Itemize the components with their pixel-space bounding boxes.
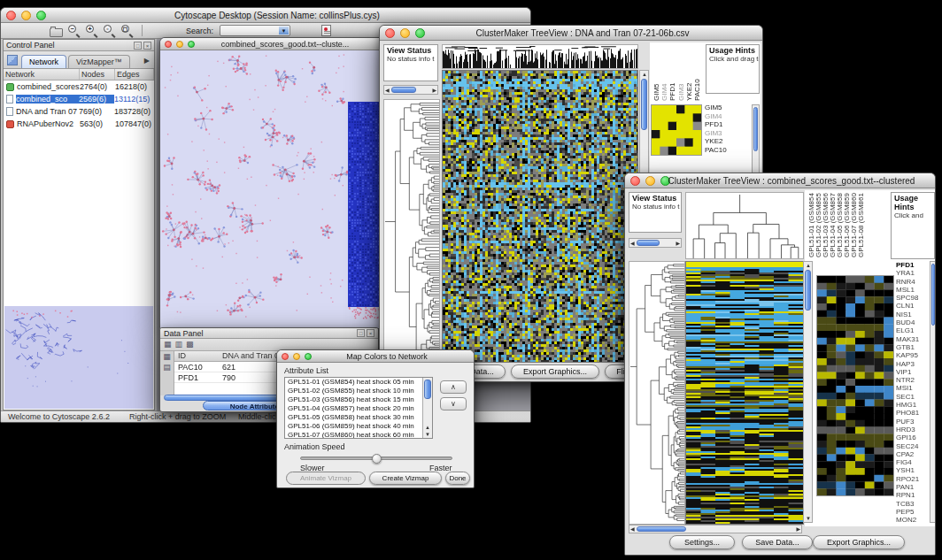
scroll-right-icon[interactable]: ▶ [432,88,436,93]
column-nodes[interactable]: Nodes [80,69,115,80]
close-icon[interactable] [385,28,395,38]
birdseye-overview-canvas[interactable] [4,306,153,409]
slider-thumb[interactable] [372,454,382,464]
main-titlebar[interactable]: Cytoscape Desktop (Session Name: collins… [1,8,530,23]
heatmap-h-scrollbar[interactable]: ◀ ▶ [629,525,802,533]
minimize-icon[interactable] [293,353,300,360]
scroll-down-icon[interactable]: ▼ [806,516,811,521]
gene-label[interactable]: VIP1 [896,368,930,376]
gene-label[interactable]: YKE2 [705,137,742,146]
gene-label[interactable]: MSL1 [896,286,930,294]
close-panel-icon[interactable]: × [367,329,374,337]
gene-label[interactable]: HAP3 [896,360,930,368]
gene-label[interactable]: PFD1 [705,120,742,129]
annotation-icon[interactable] [319,23,334,38]
zoom-selected-icon[interactable]: ◻ [120,23,135,38]
scroll-left-icon[interactable]: ◀ [630,241,635,246]
zoom-fit-icon[interactable]: ▫ [102,23,117,38]
gene-label[interactable]: SEC24 [896,442,930,450]
gene-label[interactable]: RPN1 [896,491,930,499]
gene-label[interactable]: GIM5 [705,104,742,112]
close-icon[interactable] [630,176,640,186]
save-data-button[interactable]: Save Data... [742,535,813,549]
tab-network[interactable]: Network [21,55,66,68]
attribute-item[interactable]: GPL51-04 (GSM857) heat shock 20 min [285,404,432,413]
tab-overflow-arrow-icon[interactable]: ▶ [144,57,152,68]
search-input[interactable]: ▼ [220,25,290,36]
treeview-dna-titlebar[interactable]: ClusterMaker TreeView : DNA and Tran 07-… [380,26,762,41]
float-panel-icon[interactable]: □ [134,42,142,50]
add-table-icon[interactable]: ▥ [175,341,183,349]
scroll-left-icon[interactable]: ◀ [630,526,635,532]
zoom-in-icon[interactable]: + [84,23,99,38]
dialog-titlebar[interactable]: Map Colors to Network [277,350,474,363]
gene-label[interactable]: MON2 [896,516,930,524]
gene-label[interactable]: SPC98 [896,294,930,302]
column-id[interactable]: ID [174,351,219,361]
attribute-item[interactable]: GPL51-03 (GSM856) heat shock 15 min [285,395,432,404]
attribute-item[interactable]: GPL51-05 (GSM858) heat shock 30 min [285,413,432,422]
close-icon[interactable] [165,41,172,48]
gene-label[interactable]: GTB1 [896,343,930,351]
gene-label[interactable]: FIG4 [896,458,930,466]
gene-label[interactable]: BUD4 [896,318,930,326]
maximize-icon[interactable] [305,353,312,360]
close-panel-icon[interactable]: × [143,42,151,50]
gene-label[interactable]: TCB3 [896,500,930,508]
network-list-row[interactable]: combined_scores2764(0)16218(0) [4,81,154,93]
array-dendrogram-canvas[interactable] [442,44,638,69]
tab-vizmapper[interactable]: VizMapper™ [68,55,130,68]
attribute-list[interactable]: GPL51-01 (GSM854) heat shock 05 minGPL51… [284,377,433,439]
create-vizmap-button[interactable]: Create Vizmap [369,472,442,485]
network-list-row[interactable]: combined_sco2569(6)13112(15) [4,93,154,105]
gene-label[interactable]: CPA2 [896,450,930,458]
gene-label[interactable]: GPI16 [896,433,930,441]
export-graphics-button[interactable]: Export Graphics... [813,535,905,549]
gene-list-v-scrollbar[interactable] [930,261,935,523]
animation-speed-slider[interactable] [300,456,452,460]
dendrogram-h-scrollbar[interactable]: ◀ ▶ [629,238,682,248]
treeview-combined-titlebar[interactable]: ClusterMaker TreeView : combined_scores_… [625,173,935,188]
move-down-button[interactable]: ∨ [440,397,467,410]
minimize-icon[interactable] [645,176,655,186]
float-panel-icon[interactable]: □ [357,329,365,337]
array-dendrogram-canvas[interactable] [685,192,804,259]
chevron-down-icon[interactable]: ▼ [279,27,289,35]
gene-label[interactable]: PUF3 [896,418,930,426]
gene-label[interactable]: PFD1 [896,261,930,269]
column-network[interactable]: Network [4,69,80,80]
scroll-left-icon[interactable]: ◀ [385,88,390,93]
heatmap-canvas[interactable] [442,70,638,363]
heatmap-canvas[interactable] [685,261,804,525]
gene-label[interactable]: NTR2 [896,376,930,384]
gene-label[interactable]: ELG1 [896,326,930,334]
gene-label[interactable]: MSI1 [896,384,930,392]
correlation-matrix-canvas[interactable] [651,104,702,156]
gene-label[interactable]: GIM3 [705,129,742,138]
minimize-icon[interactable] [400,28,410,38]
gene-label[interactable]: PAC10 [705,146,742,155]
attribute-item[interactable]: GPL51-01 (GSM854) heat shock 05 min [285,378,432,387]
gene-label[interactable]: PHO81 [896,409,930,417]
gene-label[interactable]: RNR4 [896,278,930,286]
gene-label[interactable]: NIS1 [896,311,930,318]
column-edges[interactable]: Edges [115,69,154,80]
attribute-item[interactable]: GPL51-06 (GSM859) heat shock 40 min [285,422,432,431]
gene-label[interactable]: SEC1 [896,393,930,401]
gene-dendrogram-canvas[interactable] [629,261,685,525]
summary-heatmap-canvas[interactable] [816,275,894,496]
gene-label[interactable]: CLN1 [896,302,930,310]
data-panel-header[interactable]: Data Panel □ × [160,328,378,339]
scroll-right-icon[interactable]: ▶ [796,526,800,532]
scroll-up-icon[interactable]: ▲ [642,72,647,77]
gene-label[interactable]: YSH1 [896,466,930,474]
scroll-up-icon[interactable]: ▲ [425,425,430,430]
minimize-icon[interactable] [176,41,183,48]
attribute-item[interactable]: GPL51-07 (GSM860) heat shock 60 min [285,431,432,439]
close-icon[interactable] [6,11,16,20]
grid-icon[interactable]: ▤ [163,364,171,372]
gene-label[interactable]: HMG1 [896,401,930,409]
attribute-item[interactable]: GPL51-02 (GSM855) heat shock 10 min [285,387,432,395]
gene-label[interactable]: KAP95 [896,351,930,359]
export-graphics-button[interactable]: Export Graphics... [511,364,599,379]
